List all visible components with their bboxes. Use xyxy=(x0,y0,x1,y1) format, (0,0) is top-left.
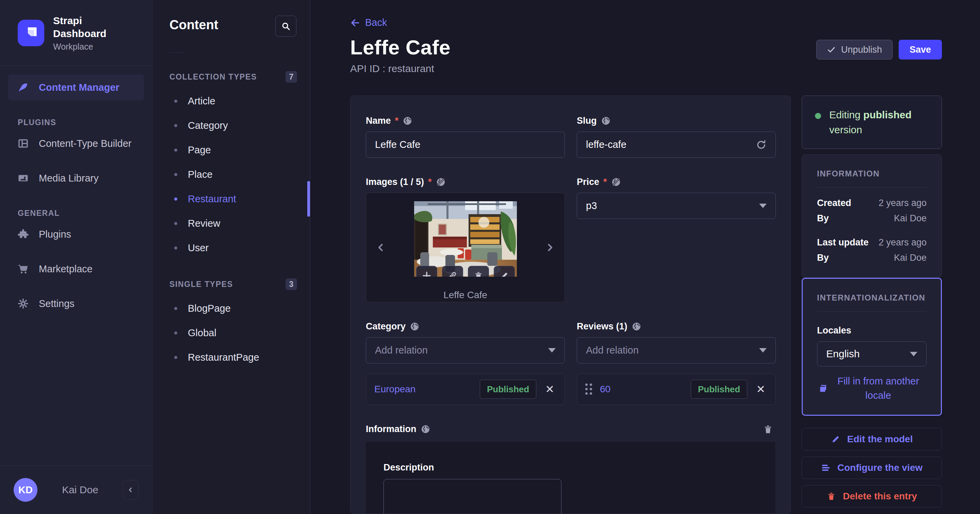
globe-icon xyxy=(601,116,611,126)
search-icon xyxy=(281,21,291,31)
sidebar-item-settings[interactable]: Settings xyxy=(8,291,144,316)
relation-link[interactable]: 60 xyxy=(600,384,684,395)
photo-caption: Leffe Cafe xyxy=(443,290,487,300)
save-button[interactable]: Save xyxy=(899,40,942,59)
plus-icon xyxy=(422,271,432,277)
slug-input[interactable]: leffe-cafe xyxy=(577,132,776,158)
subnav-item-category[interactable]: Category xyxy=(153,113,310,138)
sidebar-item-marketplace[interactable]: Marketplace xyxy=(8,256,144,282)
api-id-subtitle: API ID : restaurant xyxy=(350,63,980,75)
remove-relation-icon[interactable]: ✕ xyxy=(543,384,556,395)
globe-icon xyxy=(632,322,641,332)
edit-model-button[interactable]: Edit the model xyxy=(802,428,942,451)
reviews-relation-item[interactable]: 60 Published ✕ xyxy=(577,374,776,405)
sidebar-item-content-type-builder[interactable]: Content-Type Builder xyxy=(8,130,144,156)
link-icon xyxy=(448,271,457,277)
subnav-item-place[interactable]: Place xyxy=(153,162,310,187)
unpublish-button[interactable]: Unpublish xyxy=(816,40,892,59)
workspace-name: Workplace xyxy=(53,42,138,52)
price-field: Price* p3 xyxy=(577,177,776,302)
single-types-count-badge: 3 xyxy=(285,278,297,290)
user-footer: KD Kai Doe xyxy=(0,465,152,514)
category-field: Category Add relation xyxy=(366,321,565,405)
avatar: KD xyxy=(14,478,37,502)
chevron-down-icon xyxy=(548,348,556,352)
version-status-box: Editing published version xyxy=(802,95,942,149)
check-icon xyxy=(827,45,836,54)
delete-asset-button[interactable] xyxy=(468,266,489,277)
description-textarea[interactable] xyxy=(383,479,562,514)
collection-types-count-badge: 7 xyxy=(285,71,297,82)
duplicate-icon xyxy=(817,383,828,393)
subnav-item-page[interactable]: Page xyxy=(153,138,310,162)
name-field: Name* Leffe Cafe xyxy=(366,116,565,158)
information-component-header: Information xyxy=(366,424,775,435)
carousel-previous-icon[interactable] xyxy=(375,243,386,252)
locales-label: Locales xyxy=(817,325,927,336)
category-add-relation-select[interactable]: Add relation xyxy=(366,337,565,363)
carousel-next-icon[interactable] xyxy=(545,243,555,252)
section-label-general: GENERAL xyxy=(0,191,152,220)
internationalization-box: INTERNATIONALIZATION Locales English xyxy=(802,278,942,416)
information-box: INFORMATION Created 2 years ago By Kai D… xyxy=(802,154,942,278)
globe-strikethrough-icon xyxy=(611,177,621,187)
subnav-item-restaurant[interactable]: Restaurant xyxy=(153,187,310,211)
pencil-icon xyxy=(500,271,509,277)
remove-relation-icon[interactable]: ✕ xyxy=(754,384,767,395)
section-label-plugins: PLUGINS xyxy=(0,100,152,129)
divider xyxy=(169,52,185,53)
divider xyxy=(817,311,927,312)
subnav-item-review[interactable]: Review xyxy=(153,211,310,236)
collapse-sidebar-button[interactable] xyxy=(123,480,138,500)
globe-icon xyxy=(421,424,430,434)
subnav-item-global[interactable]: Global xyxy=(153,320,310,345)
entry-sidebar: Editing published version INFORMATION Cr… xyxy=(802,95,942,508)
globe-strikethrough-icon xyxy=(436,177,446,187)
version-status-text: Editing published version xyxy=(829,108,929,137)
information-component-body: Description xyxy=(366,442,775,513)
category-relation-item[interactable]: European Published ✕ xyxy=(366,374,565,405)
locale-select[interactable]: English xyxy=(817,341,927,366)
images-field: Images (1 / 5)* xyxy=(366,177,565,302)
back-link[interactable]: Back xyxy=(350,17,387,28)
fill-from-locale-link[interactable]: Fill in from another locale xyxy=(830,374,927,403)
configure-view-button[interactable]: Configure the view xyxy=(802,457,942,479)
slug-field: Slug leffe-cafe xyxy=(577,116,776,158)
published-dot-icon xyxy=(815,113,821,119)
main-content: Back Leffe Cafe Unpublish Save API ID : … xyxy=(310,0,980,514)
puzzle-icon xyxy=(17,228,29,240)
strapi-logo-icon xyxy=(18,20,44,46)
sidebar-item-plugins[interactable]: Plugins xyxy=(8,221,144,247)
layout-icon xyxy=(17,138,29,149)
divider xyxy=(817,187,927,188)
divider xyxy=(0,65,152,66)
subnav-item-blogpage[interactable]: BlogPage xyxy=(153,296,310,320)
status-badge: Published xyxy=(691,380,747,399)
regenerate-slug-icon[interactable] xyxy=(756,140,767,150)
collection-types-list: Article Category Page Place Restaurant R… xyxy=(153,89,310,260)
reviews-add-relation-select[interactable]: Add relation xyxy=(577,337,776,363)
delete-entry-button[interactable]: Delete this entry xyxy=(802,485,942,508)
feather-pen-icon xyxy=(17,82,29,93)
sidebar-item-media-library[interactable]: Media Library xyxy=(8,165,144,191)
name-input[interactable]: Leffe Cafe xyxy=(366,132,565,158)
relation-link[interactable]: European xyxy=(374,384,473,395)
delete-component-icon[interactable] xyxy=(761,424,775,435)
chevron-down-icon xyxy=(759,348,767,352)
subnav-item-article[interactable]: Article xyxy=(153,89,310,113)
subnav-item-user[interactable]: User xyxy=(153,236,310,260)
list-lines-icon xyxy=(821,463,830,473)
edit-asset-button[interactable] xyxy=(494,266,515,277)
search-button[interactable] xyxy=(275,16,296,37)
copy-link-button[interactable] xyxy=(442,266,463,277)
media-image-icon xyxy=(17,172,29,184)
add-asset-button[interactable] xyxy=(416,266,437,277)
sidebar-item-content-manager[interactable]: Content Manager xyxy=(8,75,144,100)
entry-actions: Edit the model Configure the view Delete… xyxy=(802,428,942,508)
subnav-item-restaurantpage[interactable]: RestaurantPage xyxy=(153,345,310,370)
information-box-title: INFORMATION xyxy=(817,169,927,178)
user-name: Kai Doe xyxy=(37,484,123,496)
drag-handle-icon[interactable] xyxy=(585,384,592,395)
price-select[interactable]: p3 xyxy=(577,193,776,219)
main-navigation: Strapi Dashboard Workplace Content Manag… xyxy=(0,0,153,514)
